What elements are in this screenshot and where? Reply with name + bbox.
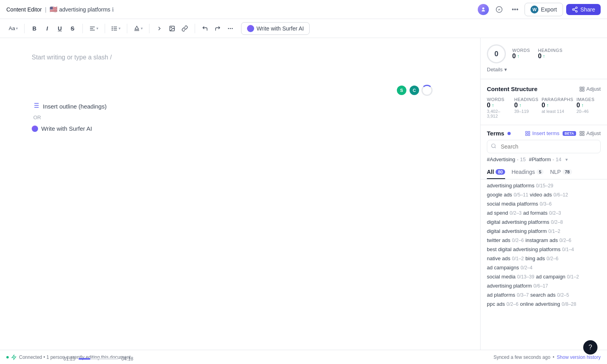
term-social-media-platforms[interactable]: social media platforms: [487, 201, 538, 207]
terms-search-input[interactable]: [487, 140, 601, 153]
hashtag-filter-row: #Advertising - 15 #Platform - 14 ▾: [481, 156, 607, 166]
list-item: advertising platform 0/6–17: [487, 283, 601, 289]
term-search-ads[interactable]: search ads: [530, 292, 556, 298]
svg-line-4: [574, 10, 576, 11]
term-ad-campaigns[interactable]: ad campaigns: [487, 265, 519, 271]
term-digital-advertising-platforms[interactable]: digital advertising platforms: [487, 219, 550, 225]
floating-avatars: S C: [396, 85, 433, 96]
term-ad-platforms[interactable]: ad platforms: [487, 292, 515, 298]
term-native-ads[interactable]: native ads: [487, 255, 510, 261]
beta-badge: BETA: [563, 131, 576, 136]
more-options-button[interactable]: •••: [509, 3, 521, 16]
align-group: ▾: [87, 23, 101, 34]
app-title: Content Editor | 🇺🇸 advertising platform…: [6, 6, 114, 13]
list-button[interactable]: ▾: [109, 23, 123, 34]
statusbar: Connected • 1 person currently editing t…: [0, 350, 607, 364]
toolbar-separator-6: [195, 24, 195, 33]
avatar-1: S: [396, 85, 407, 96]
svg-rect-32: [528, 134, 530, 135]
redo-button[interactable]: [212, 23, 224, 34]
svg-point-3: [576, 10, 577, 12]
svg-rect-27: [582, 87, 584, 88]
svg-point-2: [573, 9, 574, 10]
terms-actions: Insert terms BETA Adjust: [525, 130, 601, 136]
list-item: google ads 0/5–11 video ads 0/6–12: [487, 192, 601, 198]
terms-tabs: All 80 Headings 5 NLP 78: [481, 166, 607, 179]
hashtag-advertising[interactable]: #Advertising - 15: [487, 156, 526, 162]
svg-point-12: [112, 27, 112, 27]
indent-button[interactable]: [153, 23, 165, 34]
term-twitter-ads[interactable]: twitter ads: [487, 237, 510, 243]
term-video-ads[interactable]: video ads: [530, 192, 552, 198]
term-advertising-platform[interactable]: advertising platform: [487, 283, 532, 289]
terms-list: advertising platforms 0/15–29 google ads…: [481, 179, 607, 350]
hashtag-dropdown-arrow[interactable]: ▾: [565, 157, 568, 162]
help-button[interactable]: ?: [583, 340, 597, 354]
export-button[interactable]: W Export: [525, 3, 563, 16]
undo-button[interactable]: [199, 23, 211, 34]
show-version-history-link[interactable]: Show version history: [557, 354, 601, 360]
surfer-logo-icon: [247, 25, 254, 32]
svg-rect-35: [582, 131, 584, 133]
write-with-surfer-button[interactable]: Write with Surfer AI: [241, 22, 310, 35]
words-structure-item: WORDS 0 ↑ 3,402–3,912: [487, 97, 511, 118]
term-bing-ads[interactable]: bing ads: [525, 255, 545, 261]
underline-button[interactable]: U: [54, 23, 66, 34]
strikethrough-button[interactable]: S: [67, 23, 79, 34]
outline-icon: [32, 101, 40, 111]
svg-point-17: [228, 28, 229, 29]
toolbar-separator-5: [149, 24, 149, 33]
topbar: Content Editor | 🇺🇸 advertising platform…: [0, 0, 607, 19]
link-button[interactable]: [179, 23, 191, 34]
font-size-button[interactable]: Aa ▾: [6, 23, 20, 34]
insert-terms-button[interactable]: Insert terms: [525, 130, 559, 136]
check-icon-button[interactable]: [493, 3, 506, 16]
insert-outline-section: Insert outline (headings) OR Write with …: [32, 101, 107, 132]
color-button[interactable]: ▾: [131, 23, 145, 34]
content-structure-adjust-button[interactable]: Adjust: [579, 86, 601, 92]
term-instagram-ads[interactable]: instagram ads: [525, 237, 558, 243]
insert-group: [153, 23, 191, 34]
editor-area[interactable]: Start writing or type a slash / S C Inse…: [0, 38, 480, 350]
term-digital-advertising-platform[interactable]: digital advertising platform: [487, 228, 547, 234]
write-with-surfer-ai-button[interactable]: Write with Surfer AI: [32, 125, 107, 132]
share-button[interactable]: Share: [566, 4, 601, 15]
tab-all[interactable]: All 80: [487, 166, 505, 179]
terms-title-row: Terms: [487, 130, 511, 137]
headings-arrow: ↑: [543, 53, 545, 59]
term-advertising-platforms[interactable]: advertising platforms: [487, 183, 534, 189]
words-arrow: ↑: [517, 53, 519, 59]
details-button[interactable]: Details ▾: [487, 67, 507, 72]
info-icon[interactable]: ℹ: [112, 6, 114, 13]
tab-headings[interactable]: Headings 5: [511, 166, 544, 179]
score-circle: 0: [487, 44, 506, 63]
term-social-media[interactable]: social media: [487, 274, 515, 280]
more-toolbar-button[interactable]: [224, 23, 236, 34]
term-ppc-ads[interactable]: ppc ads: [487, 301, 505, 307]
italic-button[interactable]: I: [41, 23, 53, 34]
svg-rect-33: [526, 134, 527, 135]
avatar-button[interactable]: [477, 3, 490, 16]
term-ad-formats[interactable]: ad formats: [523, 210, 548, 216]
term-online-advertising[interactable]: online advertising: [520, 301, 560, 307]
editor-placeholder[interactable]: Start writing or type a slash /: [32, 54, 448, 61]
term-google-ads[interactable]: google ads: [487, 192, 512, 198]
structure-grid: WORDS 0 ↑ 3,402–3,912 HEADINGS 0 ↑ 39–11…: [487, 97, 601, 118]
terms-header: Terms Insert terms BETA Adjust: [481, 125, 607, 140]
main-content: Start writing or type a slash / S C Inse…: [0, 38, 607, 350]
image-button[interactable]: [166, 23, 178, 34]
insert-outline-button[interactable]: Insert outline (headings): [32, 101, 107, 111]
term-ad-spend[interactable]: ad spend: [487, 210, 508, 216]
terms-adjust-button[interactable]: Adjust: [579, 130, 601, 136]
term-ad-campaign[interactable]: ad campaign: [536, 274, 565, 280]
images-structure-item: IMAGES 0 ↑ 20–46: [576, 97, 601, 118]
content-structure-section: Content Structure Adjust WORDS 0 ↑ 3,402…: [481, 79, 607, 125]
list-item: digital advertising platforms 0/2–8: [487, 219, 601, 225]
hashtag-platform[interactable]: #Platform - 14: [529, 156, 561, 162]
svg-rect-36: [582, 134, 584, 135]
list-item: twitter ads 0/2–6 instagram ads 0/2–6: [487, 237, 601, 243]
align-button[interactable]: ▾: [87, 23, 101, 34]
tab-nlp[interactable]: NLP 78: [550, 166, 572, 179]
term-best-digital-advertising-platforms[interactable]: best digital advertising platforms: [487, 246, 561, 252]
bold-button[interactable]: B: [29, 23, 40, 34]
